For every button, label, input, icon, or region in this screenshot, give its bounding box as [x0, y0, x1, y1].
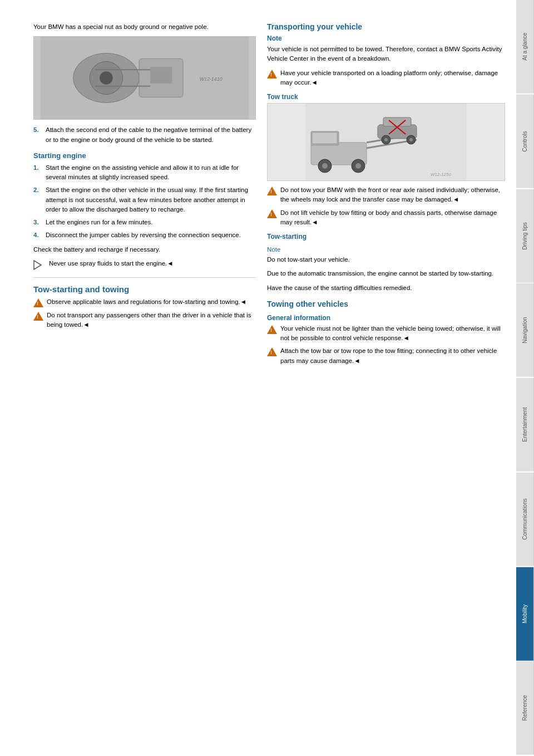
tow-starting-heading: Tow-starting: [267, 233, 505, 240]
general-warning1-text: Your vehicle must not be lighter than th…: [280, 324, 505, 343]
sidebar-tab-mobility[interactable]: Mobility: [516, 567, 534, 661]
note-sub-heading: Note: [267, 35, 505, 42]
svg-text:W12-1410: W12-1410: [200, 76, 222, 82]
warning-triangle-icon-1: [33, 298, 43, 307]
tow-truck-warning1-text: Do not tow your BMW with the front or re…: [280, 185, 505, 205]
general-info-heading: General information: [267, 314, 505, 322]
sidebar-tab-communications[interactable]: Communications: [516, 473, 534, 566]
svg-rect-13: [312, 132, 337, 144]
svg-point-25: [409, 138, 413, 141]
tow-truck-warning2-text: Do not lift vehicle by tow fitting or bo…: [280, 208, 505, 228]
svg-point-23: [384, 138, 388, 141]
sidebar-tab-controls[interactable]: Controls: [516, 95, 534, 188]
note-icon-text: Never use spray fluids to start the engi…: [49, 259, 174, 268]
starting-engine-heading: Starting engine: [33, 151, 256, 160]
tow-truck-heading: Tow truck: [267, 93, 505, 101]
svg-rect-21: [383, 117, 411, 126]
step4-text: Disconnect the jumper cables by reversin…: [46, 230, 241, 240]
svg-point-3: [100, 71, 113, 85]
step5: 5. Attach the second end of the cable to…: [33, 125, 256, 145]
tow-heading: Tow-starting and towing: [33, 284, 256, 294]
step3-text: Let the engines run for a few minutes.: [46, 218, 152, 227]
step5-text: Attach the second end of the cable to th…: [46, 125, 256, 145]
towing-others-heading: Towing other vehicles: [267, 300, 505, 308]
engine-image: W12-1410: [33, 36, 256, 120]
tow-starting-note-label: Note: [267, 246, 505, 253]
step1-num: 1.: [33, 163, 43, 183]
note-box-icon: [33, 260, 46, 273]
check-text: Check the battery and recharge if necess…: [33, 245, 256, 254]
warning-triangle-icon-4: [267, 186, 277, 195]
step4-num: 4.: [33, 230, 43, 240]
sidebar: At a glance Controls Driving tips Naviga…: [516, 0, 534, 756]
step5-num: 5.: [33, 125, 43, 145]
sidebar-tab-entertainment[interactable]: Entertainment: [516, 378, 534, 472]
warning-triangle-icon-6: [267, 325, 277, 334]
svg-text:W12-1250: W12-1250: [431, 172, 451, 177]
page-container: Your BMW has a special nut as body groun…: [0, 0, 534, 756]
sidebar-tab-navigation[interactable]: Navigation: [516, 283, 534, 377]
step-1: 1. Start the engine on the assisting veh…: [33, 163, 256, 183]
svg-marker-9: [34, 261, 41, 269]
step2-num: 2.: [33, 185, 43, 214]
sidebar-tab-at-a-glance[interactable]: At a glance: [516, 0, 534, 94]
step1-text: Start the engine on the assisting vehicl…: [46, 163, 256, 183]
general-warning1-box: Your vehicle must not be lighter than th…: [267, 324, 505, 343]
tow-warning2-text: Do not transport any passengers other th…: [47, 311, 256, 330]
warning-triangle-icon-7: [267, 347, 277, 356]
note-box: Never use spray fluids to start the engi…: [33, 259, 256, 273]
step-4: 4. Disconnect the jumper cables by rever…: [33, 230, 256, 240]
transport-warning-box: Have your vehicle transported on a loadi…: [267, 68, 505, 88]
step-3: 3. Let the engines run for a few minutes…: [33, 218, 256, 227]
steps-list: 1. Start the engine on the assisting veh…: [33, 163, 256, 240]
step2-text: Start the engine on the other vehicle in…: [46, 185, 256, 214]
step3-num: 3.: [33, 218, 43, 227]
warning-triangle-icon-3: [267, 70, 277, 78]
general-warning2-text: Attach the tow bar or tow rope to the to…: [280, 346, 505, 366]
tow-truck-warning1-box: Do not tow your BMW with the front or re…: [267, 185, 505, 205]
warning-triangle-icon-5: [267, 209, 277, 218]
note-arrow-icon: [33, 260, 44, 270]
tow-truck-warning2-box: Do not lift vehicle by tow fitting or bo…: [267, 208, 505, 228]
transport-warning-text: Have your vehicle transported on a loadi…: [280, 68, 505, 88]
tow-starting-note2: Due to the automatic transmission, the e…: [267, 269, 505, 278]
section-divider: [33, 277, 256, 278]
tow-starting-note1: Do not tow-start your vehicle.: [267, 255, 505, 264]
left-column: Your BMW has a special nut as body groun…: [33, 22, 256, 734]
warning-triangle-icon-2: [33, 312, 43, 321]
svg-point-15: [322, 163, 328, 169]
general-warning2-box: Attach the tow bar or tow rope to the to…: [267, 346, 505, 366]
note-body-text: Your vehicle is not permitted to be towe…: [267, 45, 505, 64]
tow-truck-svg: W12-1250: [268, 104, 505, 181]
engine-svg: W12-1410: [34, 37, 255, 119]
tow-warning1-text: Observe applicable laws and regulations …: [47, 297, 246, 307]
tow-warning1-box: Observe applicable laws and regulations …: [33, 297, 256, 307]
tow-starting-note3: Have the cause of the starting difficult…: [267, 283, 505, 293]
svg-point-17: [355, 163, 361, 169]
intro-text: Your BMW has a special nut as body groun…: [33, 22, 256, 32]
step-2: 2. Start the engine on the other vehicle…: [33, 185, 256, 214]
right-column: Transporting your vehicle Note Your vehi…: [267, 22, 505, 734]
sidebar-tab-reference[interactable]: Reference: [516, 661, 534, 755]
main-content: Your BMW has a special nut as body groun…: [0, 0, 516, 756]
svg-rect-5: [150, 67, 172, 84]
tow-warning2-box: Do not transport any passengers other th…: [33, 311, 256, 330]
sidebar-tab-driving-tips[interactable]: Driving tips: [516, 189, 534, 283]
tow-truck-image: W12-1250: [267, 103, 505, 181]
transport-heading: Transporting your vehicle: [267, 22, 505, 31]
step5-container: 5. Attach the second end of the cable to…: [33, 125, 256, 145]
